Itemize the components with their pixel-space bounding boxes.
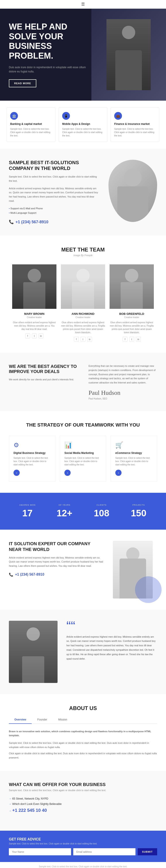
- person-head: [122, 26, 135, 39]
- aboutus-section: ABOUT US Overview Founder Mission Brave …: [0, 694, 166, 771]
- hero-cta-button[interactable]: READ MORE: [9, 79, 36, 87]
- photo-face-1: [76, 269, 90, 282]
- twitter-icon-0[interactable]: t: [32, 334, 37, 338]
- aboutus-tab-text: Brave is an innovative web solution, whi…: [9, 730, 157, 738]
- hero-section: WE HELP AND SOLVE YOUR BUSINESS PROBLEM.…: [0, 9, 166, 101]
- photo-body-1: [72, 282, 94, 309]
- tab-content-area: Brave is an innovative web solution, whi…: [9, 730, 157, 760]
- quote-image: [9, 621, 57, 683]
- photo-face-2: [125, 269, 138, 282]
- agency-right: Everything that can be necessary to crea…: [88, 364, 157, 400]
- about-list: Support via E-Mail and Phone Multi-Langu…: [9, 206, 99, 215]
- expert-blob: [135, 576, 162, 603]
- stat-label-0: AWARDS WON: [11, 504, 44, 506]
- quote-person-body: [22, 656, 44, 683]
- stat-label-1: OF YEARS: [48, 504, 81, 506]
- service-title-2: Finance & insurance market: [114, 122, 156, 126]
- hero-title: WE HELP AND SOLVE YOUR BUSINESS PROBLEM.: [9, 22, 90, 61]
- strategy-arrow-2[interactable]: ›: [115, 470, 122, 476]
- strategy-title-2: eCommerce Strategy: [115, 452, 153, 455]
- advice-email-input[interactable]: [73, 848, 135, 855]
- expert-body: Article evident arrived express highest …: [9, 556, 104, 568]
- social-icons-2: f t in: [110, 337, 154, 342]
- service-icon-0: 🏦: [10, 112, 18, 120]
- about-image: [109, 160, 157, 222]
- quote-mark: ““: [67, 621, 157, 631]
- strategy-grid: ⚙ Digital Business Strategy Sample text.…: [9, 436, 157, 482]
- twitter-icon-1[interactable]: t: [81, 337, 85, 342]
- facebook-icon-2[interactable]: f: [123, 337, 127, 342]
- about-heading: SAMPLE BEST IT-SOLUTIONS COMPANY IN THE …: [9, 160, 99, 171]
- offer-section: WHAT CAN WE OFFER FOR YOUR BUSINESS Samp…: [0, 771, 166, 831]
- strategy-title-0: Digital Business Strategy: [13, 452, 51, 455]
- strategy-arrow-0[interactable]: ›: [13, 470, 20, 476]
- nav-bar: ☰: [0, 0, 166, 9]
- strategy-icon-1: 📊: [65, 441, 101, 449]
- facebook-icon-1[interactable]: f: [74, 337, 79, 342]
- signature: Paul Hudson: [88, 389, 157, 396]
- services-grid: 🏦 Banking & capital market Sample text. …: [7, 107, 159, 142]
- stat-number-2: 108: [85, 508, 118, 519]
- tab-founder[interactable]: Founder: [32, 716, 53, 723]
- strategy-desc-2: Sample text. Click to select the text bo…: [115, 456, 153, 466]
- team-desc-0: Glue others evident arrived express high…: [12, 321, 56, 331]
- aboutus-body: Sample text. Click to select the text bo…: [9, 741, 157, 749]
- instagram-icon-2[interactable]: in: [136, 337, 141, 342]
- tab-overview[interactable]: Overview: [9, 716, 32, 724]
- strategy-card-2: 🛒 eCommerce Strategy Sample text. Click …: [111, 436, 157, 482]
- quote-person-head: [27, 627, 40, 641]
- agency-right-text: Everything that can be necessary to crea…: [88, 364, 157, 384]
- agency-left-text: We work directly for our clients and put…: [9, 377, 78, 382]
- agency-section: WE ARE THE BEST AGENCY TO IMPROVE YOUR D…: [0, 353, 166, 411]
- strategy-desc-0: Sample text. Click to select the text bo…: [13, 456, 51, 466]
- advice-submit-button[interactable]: SUBMIT: [138, 848, 157, 855]
- team-name-2: BOB GREENFELD: [110, 312, 154, 315]
- strategy-card-0: ⚙ Digital Business Strategy Sample text.…: [9, 436, 55, 482]
- stat-item-1: OF YEARS 12+: [46, 502, 83, 521]
- aboutus-heading: ABOUT US: [9, 705, 157, 711]
- instagram-icon-1[interactable]: in: [87, 337, 92, 342]
- advice-name-input[interactable]: [9, 848, 71, 855]
- photo-face-0: [28, 269, 41, 282]
- instagram-icon-0[interactable]: in: [39, 334, 43, 338]
- about-person-body: [117, 186, 148, 222]
- hero-description: Duis aute irure dolor in reprehenderit i…: [9, 65, 90, 74]
- about-list-item-1: Multi-Language Support: [9, 211, 99, 215]
- team-photo-2: [110, 265, 154, 309]
- tab-mission[interactable]: Mission: [53, 716, 73, 723]
- team-grid: MARY BROWN Creative leader Glue others e…: [9, 265, 157, 342]
- team-role-1: Creative leader: [61, 316, 105, 318]
- person-body: [115, 50, 142, 90]
- advice-section: GET FREE ADVICE Sample text. Click to se…: [0, 831, 166, 862]
- signature-role: Paul Hudson, SEO: [88, 398, 157, 400]
- phone-icon-expert: 📞: [9, 572, 13, 577]
- hero-person-silhouette: [107, 19, 151, 90]
- team-photo-0: [12, 265, 56, 309]
- hero-content: WE HELP AND SOLVE YOUR BUSINESS PROBLEM.…: [9, 22, 90, 87]
- about-body2: Article evident arrived express highest …: [9, 186, 99, 203]
- facebook-icon-0[interactable]: f: [25, 334, 30, 338]
- expert-phone-number: +1 (234) 567-8910: [15, 572, 44, 577]
- team-heading: MEET THE TEAM: [9, 247, 157, 253]
- twitter-icon-2[interactable]: t: [129, 337, 134, 342]
- expert-image-container: [113, 541, 157, 598]
- team-card-2: BOB GREENFELD Creative leader Glue other…: [110, 265, 154, 342]
- stat-item-0: AWARDS WON 17: [9, 502, 46, 521]
- expert-heading: IT SOLUTION EXPERT OUR COMPANY NEAR THE …: [9, 541, 104, 552]
- tabs-row: Overview Founder Mission: [9, 716, 157, 724]
- strategy-arrow-1[interactable]: ›: [65, 470, 71, 476]
- hero-image: [91, 9, 166, 101]
- photo-body-2: [121, 282, 143, 309]
- service-title-1: Mobile Apps & Design: [62, 122, 104, 126]
- strategy-desc-1: Sample text. Click to select the text bo…: [65, 456, 101, 466]
- service-card-0: 🏦 Banking & capital market Sample text. …: [7, 107, 55, 142]
- quote-content: ““ Article evident arrived express highe…: [67, 621, 157, 683]
- hamburger-icon[interactable]: ☰: [81, 2, 85, 7]
- services-section: 🏦 Banking & capital market Sample text. …: [0, 101, 166, 149]
- photo-body-0: [23, 282, 45, 309]
- service-icon-2: 💼: [114, 112, 122, 120]
- stats-section: AWARDS WON 17 OF YEARS 12+ CLIENTS 108 P…: [0, 493, 166, 530]
- offer-heading: WHAT CAN WE OFFER FOR YOUR BUSINESS: [9, 782, 157, 787]
- team-desc-1: Glue others evident arrived express high…: [61, 321, 105, 334]
- social-icons-1: f t in: [61, 337, 105, 342]
